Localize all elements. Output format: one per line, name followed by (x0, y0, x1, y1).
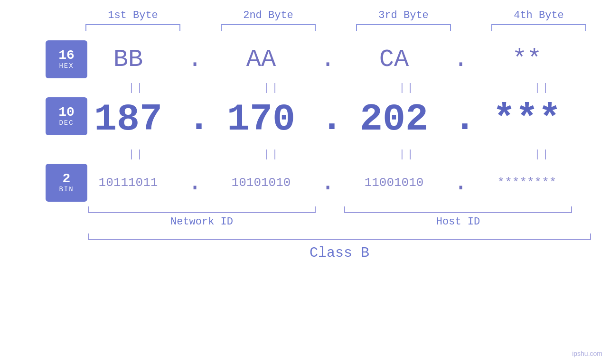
bracket-2 (221, 24, 316, 31)
dec-base-label: 10 DEC (46, 97, 87, 135)
dot-bin-1: . (188, 169, 202, 197)
hex-byte3: CA (335, 46, 453, 74)
dot-dec-2: . (320, 100, 335, 141)
dot-dec-3: . (453, 100, 468, 141)
network-bracket (88, 206, 316, 213)
bracket-3 (356, 24, 451, 31)
hex-byte2: AA (202, 46, 320, 74)
class-label: Class B (88, 245, 591, 261)
class-bracket-container (88, 233, 591, 240)
bracket-1 (85, 24, 180, 31)
class-bracket (88, 233, 591, 240)
bin-values-row: 10111011 . 10101010 . 11001010 . *******… (69, 164, 610, 202)
byte2-header: 2nd Byte (209, 9, 328, 21)
bin-byte3: 11001010 (335, 176, 453, 190)
dec-byte4: *** (468, 98, 586, 141)
bracket-4 (491, 24, 586, 31)
dot-bin-3: . (453, 169, 468, 197)
bottom-brackets (88, 206, 591, 213)
dot-hex-1: . (188, 46, 202, 74)
equals-1-1: || (77, 82, 196, 94)
dot-bin-2: . (320, 169, 335, 197)
dec-byte2: 170 (202, 98, 320, 141)
dec-byte3: 202 (335, 98, 453, 141)
byte-headers-row: 1st Byte 2nd Byte 3rd Byte 4th Byte (66, 9, 607, 21)
bin-name: BIN (59, 186, 74, 193)
byte3-header: 3rd Byte (344, 9, 463, 21)
equals-2-2: || (213, 149, 331, 160)
equals-2-4: || (483, 149, 602, 160)
bin-byte2: 10101010 (202, 176, 320, 190)
bin-section: 2 BIN 10111011 . 10101010 . 11001010 . *… (0, 164, 610, 202)
equals-2-3: || (348, 149, 467, 160)
host-id-label: Host ID (344, 216, 572, 228)
dec-section: 10 DEC 187 . 170 . 202 . *** (0, 97, 610, 145)
network-id-label: Network ID (88, 216, 316, 228)
hex-values-row: BB . AA . CA . ** (69, 40, 610, 78)
dec-values-row: 187 . 170 . 202 . *** (69, 97, 610, 145)
equals-1-3: || (348, 82, 467, 94)
dot-dec-1: . (188, 100, 202, 141)
dec-num: 10 (58, 106, 75, 119)
watermark: ipshu.com (572, 350, 602, 357)
bin-base-label: 2 BIN (46, 164, 87, 202)
dec-name: DEC (59, 119, 74, 127)
hex-num: 16 (58, 49, 75, 62)
equals-1-2: || (213, 82, 331, 94)
top-brackets (66, 24, 607, 31)
host-bracket (344, 206, 572, 213)
hex-byte4: ** (468, 46, 586, 74)
equals-row-1: || || || || (69, 78, 610, 97)
equals-1-4: || (483, 82, 602, 94)
bin-byte4: ******** (468, 176, 586, 190)
equals-row-2: || || || || (69, 145, 610, 164)
hex-base-label: 16 HEX (46, 40, 87, 78)
hex-section: 16 HEX BB . AA . CA . ** (0, 40, 610, 78)
equals-2-1: || (77, 149, 196, 160)
hex-name: HEX (59, 62, 74, 70)
main-container: 1st Byte 2nd Byte 3rd Byte 4th Byte 16 H… (0, 0, 610, 364)
byte1-header: 1st Byte (74, 9, 192, 21)
bracket-gap (325, 206, 335, 213)
bin-num: 2 (63, 172, 71, 186)
dot-hex-2: . (320, 46, 335, 74)
byte4-header: 4th Byte (479, 9, 598, 21)
dot-hex-3: . (453, 46, 468, 74)
network-host-labels: Network ID Host ID (88, 216, 591, 228)
